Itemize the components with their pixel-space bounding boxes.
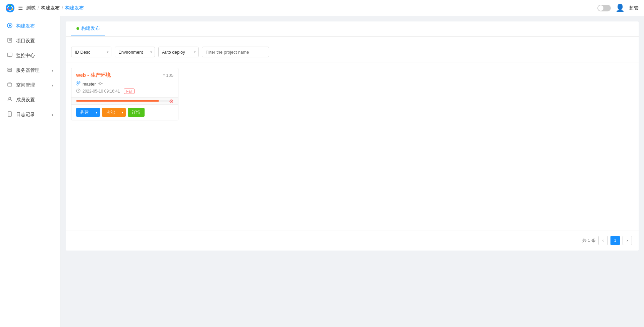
logo-icon bbox=[5, 3, 15, 13]
build-main-button[interactable]: 构建 bbox=[76, 108, 93, 117]
user-avatar-icon[interactable]: 👤 bbox=[615, 4, 625, 12]
sidebar-label-project: 项目设置 bbox=[16, 38, 35, 44]
card-title-row: web - 生产环境 # 105 bbox=[76, 72, 173, 78]
content-area: 构建发布 ID Desc ID Asc Name Asc Name Desc E… bbox=[60, 16, 644, 327]
card-header: web - 生产环境 # 105 master bbox=[71, 68, 178, 98]
sidebar-label-member: 成员设置 bbox=[16, 97, 35, 103]
sidebar-label-build: 构建发布 bbox=[16, 23, 35, 29]
cards-area: web - 生产环境 # 105 master bbox=[66, 62, 639, 230]
log-icon bbox=[7, 111, 13, 118]
pagination-total: 共 1 条 bbox=[582, 237, 596, 243]
svg-point-6 bbox=[9, 24, 11, 26]
sort-select-wrapper: ID Desc ID Asc Name Asc Name Desc bbox=[71, 47, 111, 57]
filter-bar: ID Desc ID Asc Name Asc Name Desc Enviro… bbox=[66, 42, 639, 62]
space-icon bbox=[7, 82, 13, 89]
build-icon bbox=[7, 23, 13, 30]
sidebar-item-space[interactable]: 空间管理 ▾ bbox=[0, 78, 60, 93]
breadcrumb-sep2: / bbox=[62, 5, 63, 11]
auto-deploy-select-wrapper: Auto deploy Enabled Disabled bbox=[158, 47, 199, 57]
breadcrumb: 测试 / 构建发布 / 构建发布 bbox=[26, 5, 84, 11]
tab-build-deploy[interactable]: 构建发布 bbox=[71, 21, 105, 36]
feature-dropdown-button[interactable]: ▾ bbox=[119, 108, 126, 117]
progress-bar-fill bbox=[76, 100, 159, 102]
username-label[interactable]: 超管 bbox=[629, 5, 639, 11]
svg-point-23 bbox=[77, 81, 78, 83]
sidebar-item-server[interactable]: 服务器管理 ▾ bbox=[0, 63, 60, 78]
monitor-icon bbox=[7, 52, 13, 59]
server-icon bbox=[7, 67, 13, 74]
sidebar-item-log[interactable]: 日志记录 ▾ bbox=[0, 107, 60, 122]
breadcrumb-current: 构建发布 bbox=[65, 5, 84, 11]
breadcrumb-sep1: / bbox=[38, 5, 39, 11]
breadcrumb-project[interactable]: 测试 bbox=[26, 5, 36, 11]
card-actions: 构建 ▾ 功能 ▾ 详情 bbox=[71, 104, 178, 120]
build-btn-group: 构建 ▾ bbox=[76, 108, 100, 117]
sidebar-item-member[interactable]: 成员设置 bbox=[0, 93, 60, 107]
svg-point-2 bbox=[9, 5, 11, 6]
commit-icon bbox=[98, 81, 103, 87]
sidebar-label-server: 服务器管理 bbox=[16, 67, 40, 73]
tab-dot bbox=[76, 27, 79, 30]
svg-point-15 bbox=[11, 68, 11, 69]
theme-toggle[interactable] bbox=[597, 5, 611, 11]
pagination-page-1[interactable]: 1 bbox=[610, 236, 620, 245]
svg-point-3 bbox=[11, 8, 13, 10]
content-wrapper: 构建发布 ID Desc ID Asc Name Asc Name Desc E… bbox=[66, 21, 639, 251]
branch-name: master bbox=[83, 81, 96, 87]
card-branch-row: master bbox=[76, 81, 173, 87]
project-icon bbox=[7, 38, 13, 44]
build-dropdown-button[interactable]: ▾ bbox=[93, 108, 100, 117]
svg-point-16 bbox=[11, 70, 11, 71]
card-time-row: 2022-05-10 09:16:41 Fail bbox=[76, 89, 173, 94]
footer-pagination: 共 1 条 ‹ 1 › bbox=[66, 230, 639, 251]
progress-error-icon: ⊗ bbox=[169, 98, 173, 104]
svg-point-18 bbox=[9, 97, 11, 99]
topbar: ☰ 测试 / 构建发布 / 构建发布 👤 超管 bbox=[0, 0, 644, 16]
pagination-next[interactable]: › bbox=[623, 236, 632, 245]
svg-rect-7 bbox=[8, 38, 12, 42]
server-arrow-icon: ▾ bbox=[52, 69, 53, 72]
project-name-filter-input[interactable] bbox=[202, 47, 269, 57]
card-build-number: # 105 bbox=[162, 73, 173, 78]
sidebar-label-log: 日志记录 bbox=[16, 112, 35, 118]
card-timestamp: 2022-05-10 09:16:41 bbox=[83, 89, 120, 94]
svg-rect-17 bbox=[8, 83, 12, 86]
breadcrumb-section[interactable]: 构建发布 bbox=[41, 5, 60, 11]
topbar-right: 👤 超管 bbox=[597, 4, 639, 12]
progress-bar-bg bbox=[76, 100, 173, 102]
svg-point-25 bbox=[79, 81, 80, 83]
log-arrow-icon: ▾ bbox=[52, 113, 53, 117]
svg-point-24 bbox=[77, 84, 78, 85]
clock-icon bbox=[76, 89, 80, 94]
environment-select-wrapper: Environment Production Staging Developme… bbox=[115, 47, 155, 57]
auto-deploy-select[interactable]: Auto deploy Enabled Disabled bbox=[158, 47, 199, 57]
feature-btn-group: 功能 ▾ bbox=[102, 108, 126, 117]
svg-point-4 bbox=[7, 8, 9, 10]
sidebar-item-project[interactable]: 项目设置 bbox=[0, 34, 60, 48]
sidebar-item-monitor[interactable]: 监控中心 bbox=[0, 48, 60, 63]
sidebar-label-space: 空间管理 bbox=[16, 82, 35, 88]
sidebar: 构建发布 项目设置 监控中心 服务器管理 ▾ 空间管理 ▾ bbox=[0, 16, 60, 327]
feature-main-button[interactable]: 功能 bbox=[102, 108, 119, 117]
fail-badge: Fail bbox=[124, 89, 135, 94]
svg-rect-10 bbox=[7, 53, 12, 56]
sidebar-item-build[interactable]: 构建发布 bbox=[0, 19, 60, 34]
tab-bar: 构建发布 bbox=[66, 21, 639, 37]
sort-select[interactable]: ID Desc ID Asc Name Asc Name Desc bbox=[71, 47, 111, 57]
detail-button[interactable]: 详情 bbox=[128, 108, 145, 117]
member-icon bbox=[7, 97, 13, 103]
tab-label-build: 构建发布 bbox=[81, 25, 100, 32]
branch-icon bbox=[76, 81, 80, 87]
sidebar-label-monitor: 监控中心 bbox=[16, 53, 35, 59]
card-progress: ⊗ bbox=[71, 98, 178, 104]
space-arrow-icon: ▾ bbox=[52, 84, 53, 87]
topbar-left: ☰ 测试 / 构建发布 / 构建发布 bbox=[5, 3, 84, 13]
pagination-prev[interactable]: ‹ bbox=[598, 236, 608, 245]
svg-point-27 bbox=[99, 83, 101, 85]
card-title[interactable]: web - 生产环境 bbox=[76, 72, 111, 78]
main-layout: 构建发布 项目设置 监控中心 服务器管理 ▾ 空间管理 ▾ bbox=[0, 16, 644, 327]
environment-select[interactable]: Environment Production Staging Developme… bbox=[115, 47, 155, 57]
svg-line-32 bbox=[78, 91, 79, 92]
menu-icon[interactable]: ☰ bbox=[18, 5, 23, 11]
project-card: web - 生产环境 # 105 master bbox=[71, 68, 178, 120]
